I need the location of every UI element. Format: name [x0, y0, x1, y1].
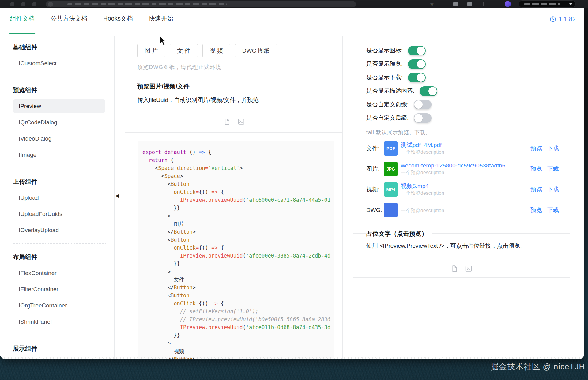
site-favicon — [48, 2, 53, 7]
file-actions: 预览下载 — [527, 186, 559, 194]
toggle-switch-4[interactable] — [414, 100, 432, 109]
sidebar-item-ifiltercontainer[interactable]: IFilterContainer — [13, 286, 114, 292]
file-row-2: 视频:MP4视频5.mp4一个预览description预览下载 — [366, 179, 559, 200]
toggle-knob — [414, 100, 423, 109]
mouse-cursor — [159, 36, 167, 46]
toggle-switch-2[interactable] — [408, 73, 426, 82]
code-line: <Space> — [142, 172, 334, 180]
code-line: onClick={() => { — [142, 244, 334, 252]
file-text: 视频5.mp4一个预览description — [401, 183, 444, 196]
watermark: 掘金技术社区 @ niceTJH — [491, 361, 585, 372]
app-window: 组件文档公共方法文档Hooks文档快速开始 1.1.82 基础组件ICustom… — [0, 8, 584, 359]
screen-share-pill[interactable] — [519, 0, 576, 8]
copy-file-icon[interactable] — [450, 265, 458, 273]
sidebar-item-iimage[interactable]: IImage — [13, 152, 114, 158]
divider — [13, 168, 106, 168]
file-link[interactable]: 测试pdf_4M.pdf — [401, 142, 444, 148]
file-row-label: 视频: — [366, 186, 384, 194]
sidebar-collapse-icon[interactable]: ◀ — [115, 193, 119, 198]
toggle-knob — [428, 87, 437, 95]
clock-icon — [550, 16, 556, 22]
preview-link[interactable]: 预览 — [530, 206, 542, 214]
demo-card-filelist: 是否显示图标:是否显示预览:是否显示下载:是否显示描述内容:是否自定义前缀:是否… — [353, 36, 570, 278]
back-icon[interactable] — [10, 2, 14, 6]
sidebar-item-ipreview[interactable]: IPreview — [13, 103, 114, 109]
toggle-label: 是否自定义前缀: — [366, 100, 409, 108]
download-link[interactable]: 下载 — [547, 186, 559, 194]
code-line: onClick={() => { — [142, 188, 334, 196]
code-line: // setFileVersion('1.0'); — [142, 307, 334, 315]
code-line: <Button — [142, 292, 334, 299]
demo-button-2[interactable]: 视 频 — [202, 44, 230, 57]
extension-icon[interactable] — [467, 2, 472, 6]
nav-tab-2[interactable]: Hooks文档 — [103, 15, 133, 21]
divider — [483, 2, 484, 6]
toggle-switch-0[interactable] — [408, 46, 426, 55]
demo-caption: 预览DWG图纸，请代理正式环境 — [137, 63, 221, 71]
file-row-label: 文件: — [366, 145, 384, 152]
demo-card-preview: 图 片文 件视 频DWG 图纸 预览DWG图纸，请代理正式环境 预览图片/视频/… — [125, 36, 343, 359]
refresh-icon[interactable] — [32, 2, 36, 6]
toggle-knob — [417, 73, 425, 82]
url-text — [67, 3, 227, 5]
toggle-row-0: 是否显示图标: — [366, 44, 437, 57]
profile-avatar[interactable] — [505, 1, 511, 7]
demo-button-1[interactable]: 文 件 — [170, 44, 198, 57]
sidebar: 基础组件ICustomSelect预览组件IPreviewIQrCodeDial… — [0, 36, 115, 359]
sidebar-item-icustomselect[interactable]: ICustomSelect — [13, 60, 114, 66]
code-line: export default () => { — [142, 148, 334, 156]
nav-tab-1[interactable]: 公共方法文档 — [51, 15, 87, 21]
preview-link[interactable]: 预览 — [530, 165, 542, 173]
code-line: return ( — [142, 156, 334, 164]
toggle-knob — [414, 114, 423, 122]
code-terminal-icon[interactable] — [237, 118, 245, 126]
file-link[interactable]: 视频5.mp4 — [401, 183, 444, 189]
sidebar-group-heading: 预览组件 — [13, 87, 114, 93]
code-line: > — [142, 339, 334, 347]
file-type-badge: JPG — [384, 162, 398, 176]
panel-actions — [353, 259, 570, 278]
toggle-label: 是否显示预览: — [366, 60, 403, 68]
copy-file-icon[interactable] — [223, 118, 231, 126]
demo-button-0[interactable]: 图 片 — [137, 44, 165, 57]
file-type-badge — [384, 203, 398, 217]
toggle-switch-1[interactable] — [408, 59, 426, 69]
nav-tab-3[interactable]: 快速开始 — [149, 15, 173, 21]
sidebar-item-iorgtreecontainer[interactable]: IOrgTreeContainer — [13, 303, 114, 308]
file-row-label: 图片: — [366, 165, 384, 173]
code-terminal-icon[interactable] — [465, 265, 473, 273]
download-link[interactable]: 下载 — [547, 206, 559, 214]
version-number: 1.1.82 — [559, 16, 576, 23]
toggle-switch-5[interactable] — [414, 113, 432, 123]
extension-icon[interactable] — [453, 2, 458, 6]
sidebar-item-ishrinkpanel[interactable]: IShrinkPanel — [13, 319, 114, 325]
file-row-label: DWG: — [366, 207, 384, 213]
sidebar-item-iupload[interactable]: IUpload — [13, 195, 114, 201]
divider — [125, 132, 342, 133]
placeholder-description: 使用 <IPreview.PreviewText />，可点击占位链接，点击预览… — [366, 242, 526, 250]
preview-link[interactable]: 预览 — [530, 145, 542, 152]
forward-icon[interactable] — [21, 2, 25, 6]
download-link[interactable]: 下载 — [547, 165, 559, 173]
sidebar-item-iflexcontainer[interactable]: IFlexContainer — [13, 270, 114, 276]
placeholder-title: 占位文字（点击预览） — [366, 230, 432, 237]
pill-text — [524, 3, 560, 5]
nav-tab-0[interactable]: 组件文档 — [10, 15, 35, 21]
code-line: onClick={() => { — [142, 299, 334, 307]
sidebar-item-ivideodialog[interactable]: IVideoDialog — [13, 136, 114, 141]
code-line: }} — [142, 331, 334, 339]
bookmark-star-icon[interactable]: ☆ — [430, 1, 434, 7]
preview-link[interactable]: 预览 — [530, 186, 542, 194]
demo-button-3[interactable]: DWG 图纸 — [235, 44, 277, 57]
address-bar[interactable] — [46, 1, 356, 7]
toggle-list: 是否显示图标:是否显示预览:是否显示下载:是否显示描述内容:是否自定义前缀:是否… — [366, 44, 437, 125]
file-description: 一个预览description — [401, 208, 444, 213]
sidebar-item-ioverlayupload[interactable]: IOverlayUpload — [13, 227, 114, 233]
download-link[interactable]: 下载 — [547, 145, 559, 152]
divider — [13, 243, 106, 244]
file-link[interactable]: wecom-temp-125800-dc59c90538fadfb6... — [401, 162, 510, 169]
sidebar-item-iuploadforuuids[interactable]: IUploadForUuids — [13, 211, 114, 217]
toggle-row-3: 是否显示描述内容: — [366, 84, 437, 98]
sidebar-item-iqrcodedialog[interactable]: IQrCodeDialog — [13, 119, 114, 125]
toggle-switch-3[interactable] — [420, 86, 437, 96]
